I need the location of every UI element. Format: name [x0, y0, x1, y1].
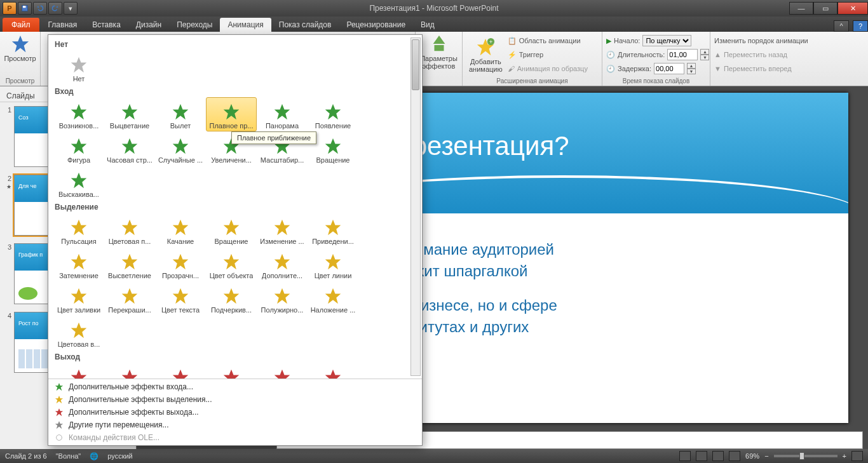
effect-item[interactable]: Цвет текста	[155, 281, 206, 316]
effect-item[interactable]: Цвет заливки	[53, 281, 104, 316]
effect-item[interactable]: Приведени...	[308, 213, 358, 247]
anim-icon: ★	[6, 184, 11, 190]
ribbon-tabs: Файл Главная Вставка Дизайн Переходы Ани…	[0, 17, 868, 32]
effect-item[interactable]: Выцветание	[104, 97, 155, 131]
svg-rect-3	[434, 45, 444, 51]
trigger-button[interactable]: ⚡Триггер	[508, 48, 588, 61]
effect-item[interactable]: Плавное пр...	[206, 97, 257, 131]
qat-dropdown-icon[interactable]: ▾	[64, 2, 78, 15]
section-none: Нет	[53, 37, 408, 50]
minimize-button[interactable]: —	[789, 2, 813, 15]
tab-slideshow[interactable]: Показ слайдов	[271, 18, 339, 32]
tab-view[interactable]: Вид	[413, 18, 442, 32]
animation-pane-button[interactable]: 📋Область анимации	[508, 34, 588, 47]
effect-item[interactable]: Цвет объекта	[206, 247, 257, 281]
svg-marker-26	[325, 220, 341, 236]
effect-item[interactable]: Панорама	[257, 363, 308, 379]
undo-icon[interactable]	[33, 2, 47, 15]
zoom-out-button[interactable]: −	[764, 452, 768, 460]
effect-item[interactable]: Появление	[308, 97, 358, 131]
svg-marker-7	[71, 57, 87, 73]
tab-review[interactable]: Рецензирование	[339, 18, 413, 32]
gallery-scrollbar[interactable]	[410, 37, 421, 376]
tab-design[interactable]: Дизайн	[128, 18, 169, 32]
svg-marker-39	[71, 323, 87, 339]
tab-home[interactable]: Главная	[41, 18, 85, 32]
delay-icon: 🕘	[606, 65, 615, 73]
tab-insert[interactable]: Вставка	[85, 18, 128, 32]
ribbon-minimize-icon[interactable]: ^	[834, 20, 849, 32]
redo-icon[interactable]	[48, 2, 62, 15]
effect-item[interactable]: Фигура	[53, 131, 104, 166]
delay-spinner[interactable]: ▲▼	[687, 63, 696, 74]
effect-item[interactable]: Дополните...	[257, 247, 308, 281]
help-icon[interactable]: ?	[853, 20, 868, 32]
tab-animations[interactable]: Анимация	[220, 18, 271, 32]
add-animation-button[interactable]: + Добавить анимацию	[466, 33, 505, 77]
effect-item[interactable]: Подчеркив...	[206, 281, 257, 316]
effect-item[interactable]: Панорама	[257, 97, 308, 131]
more-emphasis-effects[interactable]: Дополнительные эффекты выделения...	[48, 393, 422, 406]
zoom-in-button[interactable]: +	[843, 452, 846, 460]
reading-view-button[interactable]	[712, 451, 724, 461]
normal-view-button[interactable]	[679, 451, 691, 461]
effect-item[interactable]: Затемнение	[53, 247, 104, 281]
svg-marker-22	[122, 220, 138, 236]
move-later-button[interactable]: ▼Переместить вперед	[714, 62, 834, 75]
language-label[interactable]: русский	[107, 452, 132, 460]
effect-item[interactable]: Прозрачн...	[155, 247, 206, 281]
svg-marker-55	[55, 408, 63, 416]
effect-item[interactable]: Возникнов...	[53, 97, 104, 131]
animation-painter-button[interactable]: 🖌Анимация по образцу	[508, 62, 588, 75]
duration-spinner[interactable]: ▲▼	[700, 49, 709, 60]
effect-item[interactable]: Наложение ...	[308, 281, 358, 316]
close-button[interactable]: ✕	[837, 2, 868, 15]
effect-item[interactable]: Полужирно...	[257, 281, 308, 316]
effect-item[interactable]: Выцветание	[104, 363, 155, 379]
start-select[interactable]: По щелчку	[642, 35, 691, 46]
effect-item[interactable]: Часовая стр...	[104, 131, 155, 166]
svg-marker-27	[71, 254, 87, 270]
effect-item[interactable]: Вращение	[206, 213, 257, 247]
save-icon[interactable]	[18, 2, 32, 15]
effect-item[interactable]: Плавное уд...	[206, 363, 257, 379]
effect-item[interactable]: Вылет	[155, 97, 206, 131]
delay-input[interactable]	[654, 63, 684, 74]
app-icon[interactable]: P	[3, 2, 17, 15]
language-icon[interactable]: 🌐	[90, 452, 98, 460]
effect-item[interactable]: Пульсация	[53, 213, 104, 247]
effect-none[interactable]: Нет	[53, 50, 104, 84]
more-entrance-effects[interactable]: Дополнительные эффекты входа...	[48, 380, 422, 393]
move-earlier-button[interactable]: ▲Переместить назад	[714, 48, 834, 61]
effect-item[interactable]: Появление	[308, 363, 358, 379]
svg-rect-1	[23, 6, 26, 8]
more-exit-effects[interactable]: Дополнительные эффекты выхода...	[48, 406, 422, 419]
effect-item[interactable]: Вылет за кр...	[155, 363, 206, 379]
duration-input[interactable]	[667, 49, 698, 60]
svg-marker-54	[55, 396, 63, 403]
zoom-label: 69%	[745, 452, 759, 460]
effect-item[interactable]: Цвет линии	[308, 247, 358, 281]
effect-item[interactable]: Исчезнове...	[53, 363, 104, 379]
effect-item[interactable]: Высветление	[104, 247, 155, 281]
svg-marker-15	[122, 138, 138, 154]
group-timing-label: Время показа слайдов	[606, 77, 706, 86]
preview-button[interactable]: Просмотр	[4, 33, 36, 64]
effect-options-button[interactable]: Параметры эффектов	[419, 33, 458, 71]
zoom-slider[interactable]	[774, 455, 837, 457]
effect-item[interactable]: Перекраши...	[104, 281, 155, 316]
painter-icon: 🖌	[508, 65, 515, 72]
effect-item[interactable]: Изменение ...	[257, 213, 308, 247]
slideshow-view-button[interactable]	[729, 451, 740, 461]
more-motion-paths[interactable]: Другие пути перемещения...	[48, 419, 422, 431]
effect-item[interactable]: Выскакива...	[53, 166, 104, 200]
file-tab[interactable]: Файл	[3, 18, 39, 32]
sorter-view-button[interactable]	[696, 451, 707, 461]
effect-item[interactable]: Качание	[155, 213, 206, 247]
tab-transitions[interactable]: Переходы	[169, 18, 220, 32]
maximize-button[interactable]: ▭	[813, 2, 837, 15]
fit-to-window-button[interactable]	[851, 451, 863, 461]
effect-item[interactable]: Цветовая п...	[104, 213, 155, 247]
effect-item[interactable]: Цветовая в...	[53, 316, 104, 350]
effect-item[interactable]: Случайные ...	[155, 131, 206, 166]
